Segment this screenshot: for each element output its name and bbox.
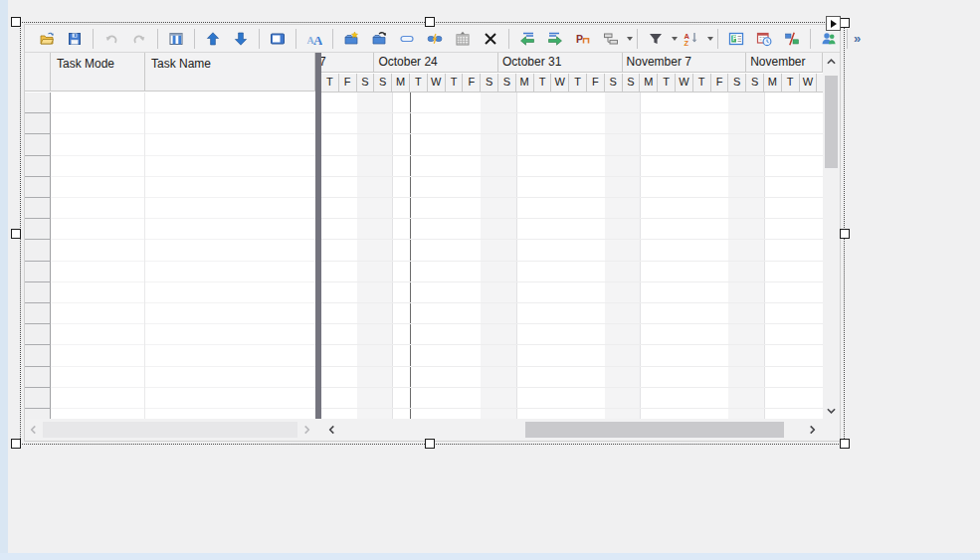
chart-row-line	[321, 197, 823, 198]
progress-icon[interactable]: P	[574, 30, 592, 48]
selection-handle[interactable]	[425, 17, 435, 27]
row-indicator[interactable]	[25, 282, 51, 303]
column-header-task-mode[interactable]: Task Mode	[51, 53, 145, 92]
svg-text:Z: Z	[685, 39, 689, 47]
row-indicator[interactable]	[25, 345, 51, 366]
taskbar-icon[interactable]	[398, 30, 416, 48]
resource-split-icon[interactable]	[783, 30, 801, 48]
vertical-scrollbar[interactable]	[823, 53, 840, 419]
scroll-right-button[interactable]	[298, 419, 315, 441]
row-indicator[interactable]	[25, 156, 51, 177]
timeline-body	[321, 93, 823, 419]
move-up-icon[interactable]	[204, 30, 222, 48]
row-indicator[interactable]	[25, 240, 51, 261]
row-indicator[interactable]	[25, 219, 51, 240]
scroll-left-button[interactable]	[323, 419, 340, 441]
day-header: F	[711, 74, 729, 93]
grid-row-line	[51, 155, 315, 156]
gantt-chart-area: 7TFSOctober 24SMTWTFSOctober 31SMTWTFSNo…	[321, 53, 823, 419]
task-link-icon[interactable]	[602, 30, 620, 48]
chart-row-line	[321, 323, 823, 324]
project-info-icon[interactable]: P	[727, 30, 745, 48]
calendar-clock-icon[interactable]	[755, 30, 773, 48]
row-indicator[interactable]	[25, 303, 51, 324]
smart-tag-button[interactable]	[826, 16, 841, 31]
move-task-icon[interactable]	[370, 30, 388, 48]
scroll-right-button[interactable]	[804, 419, 821, 441]
resources-icon[interactable]	[820, 30, 838, 48]
add-task-icon[interactable]	[342, 30, 360, 48]
sort-az-icon[interactable]: AZ	[683, 30, 700, 48]
day-header: M	[516, 74, 534, 93]
split-task-icon[interactable]	[426, 30, 444, 48]
grid-row-line	[51, 261, 315, 262]
week-grid-line	[764, 93, 765, 419]
chart-row-line	[321, 366, 823, 367]
selection-handle[interactable]	[425, 439, 435, 449]
dropdown-caret-icon[interactable]	[707, 37, 713, 41]
day-header: M	[764, 74, 782, 93]
row-indicator[interactable]	[25, 262, 51, 282]
dropdown-caret-icon[interactable]	[627, 37, 633, 41]
scroll-up-button[interactable]	[823, 53, 840, 70]
toolbar-separator	[332, 29, 333, 49]
table-columns-icon[interactable]	[167, 30, 185, 48]
chart-row-line	[321, 133, 823, 134]
week-label: October 24	[374, 55, 437, 69]
scroll-down-button[interactable]	[823, 402, 840, 419]
selection-handle[interactable]	[11, 439, 21, 449]
save-icon[interactable]	[66, 30, 84, 48]
row-indicator[interactable]	[25, 324, 51, 345]
selection-handle[interactable]	[840, 18, 850, 28]
indent-icon[interactable]	[546, 30, 564, 48]
gantt-toolbar: AAPAZP»	[25, 25, 840, 53]
toolbar-separator	[637, 29, 638, 49]
weekend-band	[728, 93, 764, 419]
week-grid-line	[392, 93, 393, 419]
grid-horizontal-scrollbar[interactable]	[25, 419, 315, 441]
row-indicator[interactable]	[25, 198, 51, 219]
scroll-left-button[interactable]	[25, 419, 42, 441]
vertical-scroll-thumb[interactable]	[825, 76, 838, 168]
day-header: S	[481, 74, 498, 93]
day-header: W	[800, 74, 818, 93]
selection-handle[interactable]	[11, 17, 21, 27]
dropdown-caret-icon[interactable]	[672, 37, 678, 41]
font-icon[interactable]: AA	[305, 30, 323, 48]
filter-icon[interactable]	[647, 30, 665, 48]
day-header: T	[693, 74, 711, 93]
day-header: W	[551, 74, 569, 93]
row-indicator[interactable]	[25, 388, 51, 409]
split-view-icon[interactable]	[269, 30, 287, 48]
row-indicator[interactable]	[25, 367, 51, 388]
selection-handle[interactable]	[840, 439, 850, 449]
outdent-icon[interactable]	[518, 30, 536, 48]
undo-icon[interactable]	[102, 30, 120, 48]
chart-scroll-thumb[interactable]	[525, 422, 784, 438]
week-label: 7	[321, 55, 326, 69]
grid-scroll-thumb[interactable]	[43, 422, 297, 438]
row-indicator[interactable]	[25, 93, 51, 113]
row-indicator[interactable]	[25, 177, 51, 198]
smart-tag-arrow-icon	[831, 20, 837, 28]
row-indicator[interactable]	[25, 134, 51, 155]
week-label: November	[746, 55, 805, 69]
delete-icon[interactable]	[482, 30, 499, 48]
selection-handle[interactable]	[11, 229, 21, 239]
week-header: November	[746, 53, 823, 73]
chart-row-line	[321, 302, 823, 303]
move-down-icon[interactable]	[232, 30, 250, 48]
chart-horizontal-scrollbar[interactable]	[321, 419, 823, 441]
row-indicator[interactable]	[25, 409, 51, 419]
grid-row-line	[51, 133, 315, 134]
selection-handle[interactable]	[840, 229, 850, 239]
redo-icon[interactable]	[130, 30, 148, 48]
schedule-icon[interactable]	[454, 30, 472, 48]
column-header-task-name[interactable]: Task Name	[145, 53, 315, 92]
toolbar-overflow-button[interactable]: »	[854, 31, 860, 46]
task-grid-body	[25, 93, 315, 419]
row-indicator[interactable]	[25, 113, 51, 134]
open-file-icon[interactable]	[38, 30, 56, 48]
grid-chart-splitter[interactable]	[315, 53, 321, 419]
chart-row-line	[321, 218, 823, 219]
